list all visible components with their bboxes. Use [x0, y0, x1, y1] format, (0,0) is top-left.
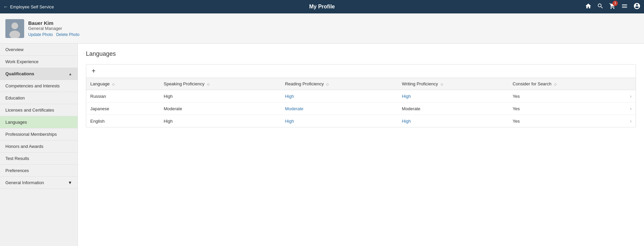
table-row[interactable]: RussianHighHighHighYes›	[86, 90, 636, 102]
cell-language-0: Russian	[86, 90, 160, 102]
sidebar-item-work-experience[interactable]: Work Experience	[0, 56, 78, 68]
delete-photo-link[interactable]: Delete Photo	[56, 32, 79, 37]
sort-icon-consider[interactable]: ◇	[554, 82, 557, 86]
sidebar-item-qualifications[interactable]: Qualifications ▲	[0, 68, 78, 80]
sort-icon-reading[interactable]: ◇	[326, 82, 329, 86]
cell-arrow-1[interactable]: ›	[626, 102, 636, 115]
sidebar-item-honors-awards-label: Honors and Awards	[5, 144, 43, 149]
cell-speaking-1: Moderate	[160, 102, 281, 115]
svg-point-1	[11, 23, 18, 29]
languages-table-container: + Language ◇ Speaking Proficiency ◇ Read…	[86, 64, 636, 127]
sidebar-item-education-label: Education	[5, 95, 25, 100]
cell-language-1: Japanese	[86, 102, 160, 115]
sort-icon-speaking[interactable]: ◇	[207, 82, 210, 86]
table-toolbar: +	[86, 65, 636, 78]
sidebar-item-test-results-label: Test Results	[5, 156, 29, 161]
avatar-image	[5, 19, 24, 38]
cell-speaking-2: High	[160, 115, 281, 127]
table-row[interactable]: JapaneseModerateModerateModerateYes›	[86, 102, 636, 115]
sidebar-item-education[interactable]: Education	[0, 92, 78, 104]
table-row[interactable]: EnglishHighHighHighYes›	[86, 115, 636, 127]
sidebar-item-general-information-label: General Information	[5, 180, 44, 185]
photo-links: Update Photo Delete Photo	[28, 32, 80, 37]
sidebar-item-licenses-label: Licenses and Certificates	[5, 108, 54, 113]
sidebar-item-test-results[interactable]: Test Results	[0, 153, 78, 165]
sidebar-item-licenses[interactable]: Licenses and Certificates	[0, 104, 78, 116]
sidebar-item-competencies[interactable]: Competencies and Interests	[0, 80, 78, 92]
languages-table: Language ◇ Speaking Proficiency ◇ Readin…	[86, 78, 636, 127]
cell-consider-1: Yes	[509, 102, 626, 115]
sort-icon-writing[interactable]: ◇	[441, 82, 443, 86]
cell-consider-0: Yes	[509, 90, 626, 102]
cell-language-2: English	[86, 115, 160, 127]
home-button[interactable]	[585, 3, 592, 11]
col-writing: Writing Proficiency ◇	[398, 78, 509, 90]
sidebar-item-general-information[interactable]: General Information ▼	[0, 177, 78, 189]
sidebar-item-overview[interactable]: Overview	[0, 44, 78, 56]
user-button[interactable]	[633, 2, 641, 11]
profile-info: Bauer Kim General Manager Update Photo D…	[28, 20, 80, 37]
sidebar-item-qualifications-label: Qualifications	[5, 71, 34, 76]
cell-speaking-0: High	[160, 90, 281, 102]
content-area: Languages + Language ◇ Speaking Proficie…	[78, 44, 644, 246]
chevron-up-icon: ▲	[68, 72, 72, 76]
sidebar-item-languages-label: Languages	[5, 120, 27, 125]
col-speaking: Speaking Proficiency ◇	[160, 78, 281, 90]
profile-header: Bauer Kim General Manager Update Photo D…	[0, 13, 644, 44]
sidebar-item-overview-label: Overview	[5, 47, 23, 52]
update-photo-link[interactable]: Update Photo	[28, 32, 53, 37]
cell-reading-2: High	[281, 115, 398, 127]
cell-arrow-0[interactable]: ›	[626, 90, 636, 102]
cell-arrow-2[interactable]: ›	[626, 115, 636, 127]
cart-button[interactable]: 3	[609, 3, 616, 11]
top-bar: ← Employee Self Service My Profile 3	[0, 0, 644, 13]
back-nav-label: Employee Self Service	[10, 4, 54, 9]
cell-writing-1: Moderate	[398, 102, 509, 115]
sidebar-item-professional-memberships-label: Professional Memberships	[5, 132, 57, 137]
page-header-title: My Profile	[309, 4, 335, 10]
table-header-row: Language ◇ Speaking Proficiency ◇ Readin…	[86, 78, 636, 90]
search-button[interactable]	[597, 3, 604, 11]
cell-reading-0: High	[281, 90, 398, 102]
sidebar-item-preferences-label: Preferences	[5, 168, 29, 173]
sidebar-item-professional-memberships[interactable]: Professional Memberships	[0, 128, 78, 140]
back-arrow-icon: ←	[3, 4, 8, 9]
back-nav[interactable]: ← Employee Self Service	[3, 4, 54, 9]
cell-writing-2: High	[398, 115, 509, 127]
sidebar-item-honors-awards[interactable]: Honors and Awards	[0, 140, 78, 153]
sidebar: Overview Work Experience Qualifications …	[0, 44, 78, 246]
chevron-down-icon: ▼	[68, 180, 72, 185]
top-bar-actions: 3	[585, 2, 641, 11]
sidebar-item-work-experience-label: Work Experience	[5, 59, 39, 64]
col-action	[626, 78, 636, 90]
col-consider: Consider for Search ◇	[509, 78, 626, 90]
profile-title: General Manager	[28, 26, 80, 31]
cell-writing-0: High	[398, 90, 509, 102]
profile-name: Bauer Kim	[28, 20, 80, 26]
col-reading: Reading Proficiency ◇	[281, 78, 398, 90]
cell-reading-1: Moderate	[281, 102, 398, 115]
col-language: Language ◇	[86, 78, 160, 90]
cart-badge: 3	[612, 1, 618, 6]
main-layout: Overview Work Experience Qualifications …	[0, 44, 644, 246]
avatar	[5, 19, 24, 38]
sidebar-item-competencies-label: Competencies and Interests	[5, 83, 60, 88]
sidebar-item-preferences[interactable]: Preferences	[0, 165, 78, 177]
add-language-button[interactable]: +	[90, 67, 97, 75]
menu-button[interactable]	[621, 3, 628, 11]
page-title: Languages	[86, 50, 636, 57]
cell-consider-2: Yes	[509, 115, 626, 127]
sort-icon-language[interactable]: ◇	[112, 82, 115, 86]
sidebar-item-languages[interactable]: Languages	[0, 116, 78, 128]
